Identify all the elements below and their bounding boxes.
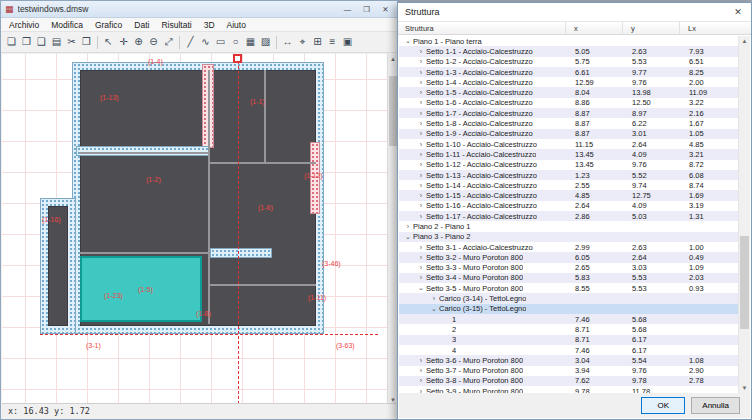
hatch-icon[interactable]: ▨ — [258, 34, 273, 50]
ok-button[interactable]: OK — [641, 397, 685, 414]
drawing-canvas[interactable]: (1-4)(1-13)(1-1)(1-2)(1-12)(1-16)(1-6)(1… — [2, 54, 387, 405]
chevron-right-icon[interactable]: › — [416, 161, 426, 168]
menu-item-risultati[interactable]: Risultati — [155, 20, 197, 30]
maximize-button[interactable]: ❐ — [359, 3, 374, 16]
pan-icon[interactable]: ✛ — [116, 34, 131, 50]
interior-wall-hatch-blue[interactable] — [76, 146, 210, 156]
scrollbar-thumb[interactable] — [740, 236, 749, 329]
tree-row[interactable]: ›Setto 1-10 - Acciaio-Calcestruzzo11.152… — [399, 139, 738, 149]
grid-icon[interactable]: ⊞ — [310, 34, 325, 50]
tree-row[interactable]: ›Setto 1-9 - Acciaio-Calcestruzzo8.873.0… — [399, 129, 738, 139]
tree-row[interactable]: ›Setto 3-1 - Acciaio-Calcestruzzo2.992.6… — [399, 242, 738, 252]
tree-row[interactable]: ›Setto 1-12 - Acciaio-Calcestruzzo13.459… — [399, 160, 738, 170]
dimension-icon[interactable]: ↔ — [280, 34, 295, 50]
tree-row[interactable]: ›Setto 1-13 - Acciaio-Calcestruzzo1.235.… — [399, 170, 738, 180]
chevron-right-icon[interactable]: › — [416, 244, 426, 251]
chevron-right-icon[interactable]: › — [416, 264, 426, 271]
tree-row[interactable]: ›Setto 1-3 - Acciaio-Calcestruzzo6.619.7… — [399, 67, 738, 77]
tree-row[interactable]: ›Setto 1-15 - Acciaio-Calcestruzzo4.8512… — [399, 190, 738, 200]
scroll-up-icon[interactable]: ▲ — [739, 36, 750, 46]
section-marker-icon[interactable] — [233, 54, 242, 63]
tree-row[interactable]: ⌄Piano 3 - Piano 2 — [399, 232, 738, 242]
zoom-extents-icon[interactable]: ⤢ — [161, 34, 176, 50]
chevron-right-icon[interactable]: › — [416, 202, 426, 209]
tree-row[interactable]: ⌄Piano 1 - Piano terra — [399, 36, 738, 46]
select-arrow-icon[interactable]: ↖ — [101, 34, 116, 50]
dialog-vertical-scrollbar[interactable]: ▲ ▼ — [738, 36, 750, 393]
tree-row[interactable]: ›Setto 3-6 - Muro Poroton 8003.045.541.0… — [399, 355, 738, 365]
tree-row[interactable]: ›Carico (3-14) - TettoLegno — [399, 293, 738, 303]
view-3d-icon[interactable]: ▣ — [340, 34, 355, 50]
column-header-y[interactable]: y — [623, 22, 680, 34]
chevron-right-icon[interactable]: › — [416, 377, 426, 384]
chevron-right-icon[interactable]: › — [416, 69, 426, 76]
interior-wall-hatch-blue-2[interactable] — [210, 248, 272, 258]
tree-row[interactable]: 17.465.68 — [399, 314, 738, 324]
tree-row[interactable]: ›Piano 2 - Piano 1 — [399, 221, 738, 231]
menu-item-aiuto[interactable]: Aiuto — [221, 20, 252, 30]
menu-item-archivio[interactable]: Archivio — [3, 20, 45, 30]
dialog-close-button[interactable]: ✕ — [725, 3, 751, 21]
tree-row[interactable]: ›Setto 1-4 - Acciaio-Calcestruzzo12.599.… — [399, 77, 738, 87]
chevron-right-icon[interactable]: › — [416, 89, 426, 96]
rectangle-icon[interactable]: ▭ — [213, 34, 228, 50]
menu-item-dati[interactable]: Dati — [128, 20, 155, 30]
chevron-down-icon[interactable]: ⌄ — [416, 284, 426, 292]
tree-column-header[interactable]: Struttura x y Lx — [398, 21, 751, 35]
copy-icon[interactable]: ❒ — [79, 34, 94, 50]
chevron-right-icon[interactable]: › — [416, 48, 426, 55]
tree-row[interactable]: ›Setto 3-3 - Muro Poroton 8002.653.031.0… — [399, 263, 738, 273]
tree-row[interactable]: ›Setto 1-2 - Acciaio-Calcestruzzo5.755.5… — [399, 57, 738, 67]
column-header-x[interactable]: x — [566, 22, 623, 34]
chevron-right-icon[interactable]: › — [416, 141, 426, 148]
chevron-right-icon[interactable]: › — [416, 151, 426, 158]
cut-icon[interactable]: ✂ — [64, 34, 79, 50]
menu-item-modifica[interactable]: Modifica — [45, 20, 89, 30]
chevron-right-icon[interactable]: › — [416, 274, 426, 281]
chevron-right-icon[interactable]: › — [416, 130, 426, 137]
chevron-right-icon[interactable]: › — [416, 254, 426, 261]
tree-row[interactable]: 38.716.17 — [399, 335, 738, 345]
save-icon[interactable]: ❑ — [34, 34, 49, 50]
tree-row[interactable]: ›Setto 1-6 - Acciaio-Calcestruzzo8.8612.… — [399, 98, 738, 108]
tree-row[interactable]: 47.466.17 — [399, 345, 738, 355]
print-icon[interactable]: ▤ — [49, 34, 64, 50]
chevron-right-icon[interactable]: › — [429, 295, 439, 302]
scrollbar-thumb[interactable] — [389, 76, 397, 146]
section-line-vertical[interactable] — [238, 56, 239, 404]
tree-row[interactable]: ›Setto 3-9 - Muro Poroton 8009.7811.78 — [399, 386, 738, 393]
zoom-in-icon[interactable]: ⊕ — [131, 34, 146, 50]
close-button[interactable]: ✕ — [378, 3, 393, 16]
chevron-right-icon[interactable]: › — [416, 110, 426, 117]
cancel-button[interactable]: Annulla — [691, 397, 740, 414]
layers-icon[interactable]: ≡ — [325, 34, 340, 50]
column-header-struttura[interactable]: Struttura — [398, 22, 566, 34]
new-file-icon[interactable]: ❏ — [4, 34, 19, 50]
chevron-right-icon[interactable]: › — [416, 99, 426, 106]
chevron-right-icon[interactable]: › — [416, 79, 426, 86]
chevron-right-icon[interactable]: › — [416, 172, 426, 179]
chevron-down-icon[interactable]: ⌄ — [429, 305, 439, 313]
left-wing-fill[interactable] — [48, 206, 68, 326]
tree-row[interactable]: ›Setto 1-7 - Acciaio-Calcestruzzo8.878.9… — [399, 108, 738, 118]
tree-row[interactable]: ›Setto 3-4 - Muro Poroton 8005.835.532.0… — [399, 273, 738, 283]
tree-row[interactable]: ›Setto 1-16 - Acciaio-Calcestruzzo2.644.… — [399, 201, 738, 211]
tree-row[interactable]: ›Setto 3-8 - Muro Poroton 8007.629.782.7… — [399, 376, 738, 386]
tree-row[interactable]: 28.715.68 — [399, 324, 738, 334]
chevron-right-icon[interactable]: › — [416, 367, 426, 374]
tree-row[interactable]: ›Setto 1-1 - Acciaio-Calcestruzzo5.052.6… — [399, 46, 738, 56]
open-icon[interactable]: ❐ — [19, 34, 34, 50]
chevron-right-icon[interactable]: › — [416, 192, 426, 199]
section-line-horizontal[interactable] — [40, 334, 378, 335]
tree-row[interactable]: ›Setto 1-5 - Acciaio-Calcestruzzo8.0413.… — [399, 87, 738, 97]
scroll-down-icon[interactable]: ▼ — [739, 383, 750, 393]
tree-row[interactable]: ›Setto 3-2 - Muro Poroton 8006.052.640.4… — [399, 252, 738, 262]
chevron-down-icon[interactable]: ⌄ — [403, 37, 413, 45]
tree-row[interactable]: ›Setto 1-14 - Acciaio-Calcestruzzo2.559.… — [399, 180, 738, 190]
tree-row[interactable]: ⌄Setto 3-5 - Muro Poroton 8008.555.530.9… — [399, 283, 738, 293]
tree-row[interactable]: ›Setto 1-8 - Acciaio-Calcestruzzo8.876.2… — [399, 118, 738, 128]
chevron-right-icon[interactable]: › — [416, 213, 426, 220]
chevron-down-icon[interactable]: ⌄ — [403, 233, 413, 241]
chevron-right-icon[interactable]: › — [416, 357, 426, 364]
chevron-right-icon[interactable]: › — [416, 120, 426, 127]
